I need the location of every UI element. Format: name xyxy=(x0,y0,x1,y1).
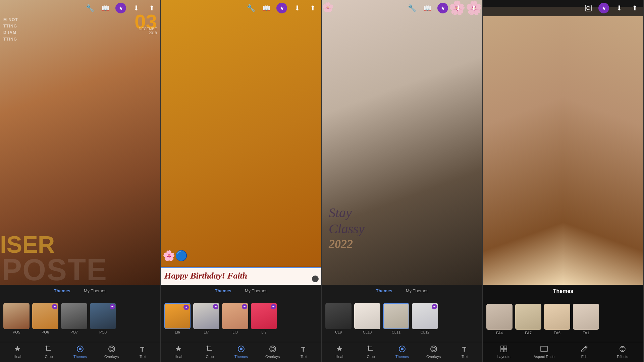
star-icon[interactable]: ★ xyxy=(115,3,126,13)
heal-icon-p3 xyxy=(335,344,344,354)
bottom-section-panel2: Themes My Themes ★ LI6 ★ LI7 xyxy=(161,285,321,362)
theme-po6-label: PO6 xyxy=(42,330,49,334)
theme-li6-label: LI6 xyxy=(175,330,180,334)
overlays-label-p1: Overlays xyxy=(104,355,119,359)
photo-area-classy: 🌸🌸 🌸 Stay Classy 2022 🔧 📖 ★ ⬇ ⬆ xyxy=(322,0,482,285)
theme-cl11-label: CL11 xyxy=(392,330,400,334)
download-icon-p4[interactable]: ⬇ xyxy=(614,3,625,13)
tool-text-p1[interactable]: T Text xyxy=(135,344,151,359)
slider-bar[interactable] xyxy=(161,267,321,268)
overlays-icon-p2 xyxy=(268,344,277,354)
tool-crop-p3[interactable]: Crop xyxy=(362,344,379,359)
tool-themes-p1[interactable]: Themes xyxy=(72,344,89,359)
wrench-icon-p3[interactable]: 🔧 xyxy=(407,3,417,13)
tab-themes-p2[interactable]: Themes xyxy=(215,288,231,293)
theme-cl11[interactable]: CL11 xyxy=(383,303,409,334)
tab-mythemes-p1[interactable]: My Themes xyxy=(84,288,107,293)
tab-themes-p3[interactable]: Themes xyxy=(376,288,392,293)
bottom-section-panel4: Themes FA4 FA7 FA6 xyxy=(483,285,643,362)
aspect-ratio-icon-p4 xyxy=(539,344,549,354)
tool-edit-p4[interactable]: Edit xyxy=(576,344,593,359)
tool-overlays-p3[interactable]: Overlays xyxy=(425,344,442,359)
tool-crop-p1[interactable]: Crop xyxy=(40,344,57,359)
theme-po7[interactable]: PO7 xyxy=(61,303,87,334)
effects-label-p4: Effects xyxy=(617,355,628,359)
theme-po6[interactable]: ★ PO6 xyxy=(32,303,58,334)
theme-fa7[interactable]: FA7 xyxy=(515,304,541,335)
themes-grid-p4: FA4 FA7 FA6 FA1 xyxy=(483,296,643,342)
star-icon-p2[interactable]: ★ xyxy=(276,3,287,13)
theme-li8[interactable]: ★ LI8 xyxy=(222,303,248,334)
tool-crop-p2[interactable]: Crop xyxy=(201,344,218,359)
edit-icon-p4 xyxy=(580,344,589,354)
theme-li7[interactable]: ★ LI7 xyxy=(193,303,219,334)
theme-cl10[interactable]: CL10 xyxy=(354,303,380,334)
share-icon-p2[interactable]: ⬆ xyxy=(307,3,318,13)
themes-grid-p3: CL9 CL10 CL11 ★ CL12 xyxy=(322,295,482,342)
tool-aspect-ratio-p4[interactable]: Aspect Ratio xyxy=(534,344,554,359)
tool-overlays-p2[interactable]: Overlays xyxy=(264,344,281,359)
star-icon-p3[interactable]: ★ xyxy=(437,3,448,13)
theme-li8-label: LI8 xyxy=(232,330,237,334)
bottom-section-panel1: Themes My Themes PO5 ★ PO6 P xyxy=(0,285,160,362)
heal-icon-p1 xyxy=(13,344,22,354)
book-icon-p3[interactable]: 📖 xyxy=(422,3,433,13)
panel-classy: 🌸🌸 🌸 Stay Classy 2022 🔧 📖 ★ ⬇ ⬆ Themes M… xyxy=(322,0,483,362)
tabs-panel3: Themes My Themes xyxy=(322,285,482,295)
photo-area-birthday: Happy Birthday! Faith 🌸🔵 🔧 📖 ★ ⬇ ⬆ xyxy=(161,0,321,285)
tool-themes-p2[interactable]: Themes xyxy=(233,344,250,359)
tool-heal-p3[interactable]: Heal xyxy=(331,344,348,359)
book-icon[interactable]: 📖 xyxy=(100,3,111,13)
star-icon-p4[interactable]: ★ xyxy=(598,3,609,13)
tool-effects-p4[interactable]: Effects xyxy=(614,344,631,359)
themes-grid-p1: PO5 ★ PO6 PO7 ★ PO8 xyxy=(0,295,160,342)
theme-cl9[interactable]: CL9 xyxy=(325,303,352,334)
svg-point-11 xyxy=(401,348,404,350)
theme-li6[interactable]: ★ LI6 xyxy=(164,303,191,334)
download-icon[interactable]: ⬇ xyxy=(131,3,142,13)
tool-heal-p2[interactable]: Heal xyxy=(170,344,187,359)
theme-po5-label: PO5 xyxy=(13,330,20,334)
theme-li9[interactable]: ★ LI9 xyxy=(251,303,277,334)
frame-icon-p4[interactable] xyxy=(583,3,594,13)
book-icon-p2[interactable]: 📖 xyxy=(261,3,272,13)
toolbar-panel2: 🔧 📖 ★ ⬇ ⬆ xyxy=(161,0,321,16)
tool-layouts-p4[interactable]: Layouts xyxy=(495,344,512,359)
overlays-icon-p1 xyxy=(107,344,116,354)
text-label-p3: Text xyxy=(462,355,468,359)
download-icon-p2[interactable]: ⬇ xyxy=(292,3,303,13)
tool-themes-p3[interactable]: Themes xyxy=(394,344,411,359)
tool-text-p2[interactable]: T Text xyxy=(296,344,312,359)
wrench-icon-p2[interactable]: 🔧 xyxy=(246,3,256,13)
theme-cl12[interactable]: ★ CL12 xyxy=(412,303,438,334)
theme-po8-label: PO8 xyxy=(99,330,107,334)
theme-po8[interactable]: ★ PO8 xyxy=(90,303,116,334)
share-icon-p3[interactable]: ⬆ xyxy=(468,3,479,13)
birthday-text: Happy Birthday! Faith xyxy=(164,271,318,281)
download-icon-p3[interactable]: ⬇ xyxy=(453,3,464,13)
svg-rect-21 xyxy=(541,346,547,352)
theme-fa1[interactable]: FA1 xyxy=(573,304,599,335)
tool-overlays-p1[interactable]: Overlays xyxy=(103,344,120,359)
svg-text:T: T xyxy=(140,346,144,353)
theme-po5[interactable]: PO5 xyxy=(3,303,30,334)
share-icon-p4[interactable]: ⬆ xyxy=(629,3,640,13)
svg-point-3 xyxy=(110,347,113,351)
wrench-icon[interactable]: 🔧 xyxy=(85,3,95,13)
svg-point-1 xyxy=(79,348,82,350)
tool-heal-p1[interactable]: Heal xyxy=(9,344,26,359)
share-icon[interactable]: ⬆ xyxy=(146,3,157,13)
tab-themes-p1[interactable]: Themes xyxy=(54,288,70,293)
svg-rect-20 xyxy=(504,349,507,352)
heal-label-p3: Heal xyxy=(335,355,343,359)
themes-label-p2: Themes xyxy=(234,355,248,359)
tab-mythemes-p3[interactable]: My Themes xyxy=(406,288,429,293)
crop-icon-p1 xyxy=(44,344,53,354)
tab-mythemes-p2[interactable]: My Themes xyxy=(245,288,268,293)
tool-text-p3[interactable]: T Text xyxy=(457,344,473,359)
year-text: 2022 xyxy=(329,237,365,251)
text-icon-p1: T xyxy=(138,344,148,354)
crop-icon-p2 xyxy=(205,344,214,354)
theme-fa6[interactable]: FA6 xyxy=(544,304,570,335)
theme-fa4[interactable]: FA4 xyxy=(486,304,513,335)
